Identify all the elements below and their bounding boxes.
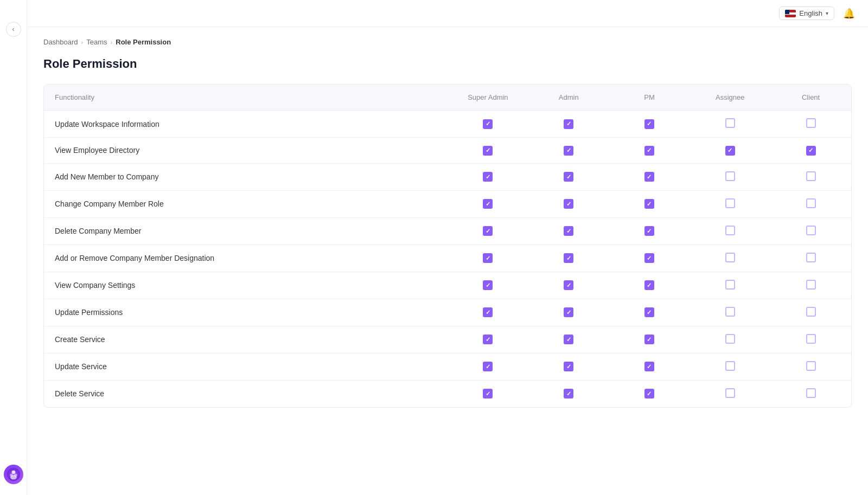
checkbox-client[interactable] (770, 217, 851, 245)
checkbox-unchecked-icon[interactable] (725, 334, 735, 344)
checkbox-unchecked-icon[interactable] (806, 334, 816, 344)
checkbox-checked-icon[interactable] (483, 307, 493, 317)
language-selector[interactable]: English ▾ (779, 7, 834, 20)
checkbox-admin[interactable] (528, 163, 609, 190)
breadcrumb-teams[interactable]: Teams (86, 38, 107, 46)
checkbox-pm[interactable] (609, 299, 690, 326)
checkbox-pm[interactable] (609, 353, 690, 380)
checkbox-admin[interactable] (528, 190, 609, 217)
checkbox-unchecked-icon[interactable] (806, 388, 816, 398)
checkbox-pm[interactable] (609, 163, 690, 190)
checkbox-checked-icon[interactable] (483, 226, 493, 236)
checkbox-client[interactable] (770, 163, 851, 190)
checkbox-checked-icon[interactable] (564, 280, 573, 290)
checkbox-unchecked-icon[interactable] (806, 361, 816, 371)
checkbox-admin[interactable] (528, 272, 609, 299)
checkbox-admin[interactable] (528, 217, 609, 245)
checkbox-unchecked-icon[interactable] (806, 226, 816, 235)
checkbox-checked-icon[interactable] (725, 146, 735, 156)
checkbox-admin[interactable] (528, 326, 609, 353)
checkbox-super_admin[interactable] (448, 190, 528, 217)
checkbox-checked-icon[interactable] (564, 335, 573, 344)
checkbox-pm[interactable] (609, 272, 690, 299)
checkbox-super_admin[interactable] (448, 272, 528, 299)
notification-icon[interactable]: 🔔 (843, 8, 855, 20)
checkbox-super_admin[interactable] (448, 138, 528, 164)
checkbox-checked-icon[interactable] (564, 226, 573, 236)
checkbox-unchecked-icon[interactable] (806, 307, 816, 317)
checkbox-client[interactable] (770, 190, 851, 217)
checkbox-super_admin[interactable] (448, 353, 528, 380)
checkbox-assignee[interactable] (690, 245, 770, 272)
checkbox-assignee[interactable] (690, 299, 770, 326)
checkbox-admin[interactable] (528, 380, 609, 407)
breadcrumb-dashboard[interactable]: Dashboard (43, 38, 78, 46)
checkbox-checked-icon[interactable] (644, 253, 654, 263)
checkbox-client[interactable] (770, 272, 851, 299)
checkbox-checked-icon[interactable] (564, 146, 573, 156)
checkbox-client[interactable] (770, 245, 851, 272)
checkbox-assignee[interactable] (690, 353, 770, 380)
checkbox-unchecked-icon[interactable] (725, 171, 735, 181)
checkbox-admin[interactable] (528, 138, 609, 164)
checkbox-assignee[interactable] (690, 217, 770, 245)
checkbox-checked-icon[interactable] (644, 199, 654, 209)
checkbox-assignee[interactable] (690, 138, 770, 164)
checkbox-unchecked-icon[interactable] (725, 388, 735, 398)
checkbox-super_admin[interactable] (448, 245, 528, 272)
checkbox-unchecked-icon[interactable] (806, 280, 816, 290)
checkbox-checked-icon[interactable] (644, 146, 654, 156)
checkbox-checked-icon[interactable] (483, 199, 493, 209)
checkbox-client[interactable] (770, 353, 851, 380)
checkbox-checked-icon[interactable] (483, 172, 493, 182)
checkbox-pm[interactable] (609, 138, 690, 164)
checkbox-admin[interactable] (528, 353, 609, 380)
checkbox-checked-icon[interactable] (806, 146, 816, 156)
checkbox-unchecked-icon[interactable] (806, 118, 816, 128)
checkbox-client[interactable] (770, 111, 851, 138)
checkbox-client[interactable] (770, 326, 851, 353)
checkbox-checked-icon[interactable] (483, 146, 493, 156)
checkbox-unchecked-icon[interactable] (725, 226, 735, 235)
checkbox-assignee[interactable] (690, 190, 770, 217)
checkbox-checked-icon[interactable] (644, 280, 654, 290)
checkbox-checked-icon[interactable] (483, 280, 493, 290)
checkbox-pm[interactable] (609, 111, 690, 138)
checkbox-pm[interactable] (609, 245, 690, 272)
checkbox-pm[interactable] (609, 190, 690, 217)
checkbox-client[interactable] (770, 299, 851, 326)
checkbox-checked-icon[interactable] (483, 119, 493, 129)
checkbox-admin[interactable] (528, 299, 609, 326)
checkbox-checked-icon[interactable] (483, 335, 493, 344)
checkbox-unchecked-icon[interactable] (806, 198, 816, 208)
checkbox-unchecked-icon[interactable] (725, 118, 735, 128)
checkbox-checked-icon[interactable] (564, 362, 573, 371)
checkbox-unchecked-icon[interactable] (725, 361, 735, 371)
checkbox-unchecked-icon[interactable] (725, 280, 735, 290)
checkbox-assignee[interactable] (690, 380, 770, 407)
collapse-button[interactable]: ‹ (6, 22, 21, 37)
checkbox-checked-icon[interactable] (644, 389, 654, 398)
checkbox-super_admin[interactable] (448, 111, 528, 138)
checkbox-unchecked-icon[interactable] (725, 307, 735, 317)
checkbox-checked-icon[interactable] (564, 389, 573, 398)
checkbox-super_admin[interactable] (448, 299, 528, 326)
checkbox-pm[interactable] (609, 217, 690, 245)
checkbox-checked-icon[interactable] (644, 335, 654, 344)
checkbox-assignee[interactable] (690, 111, 770, 138)
checkbox-super_admin[interactable] (448, 163, 528, 190)
checkbox-checked-icon[interactable] (564, 307, 573, 317)
checkbox-client[interactable] (770, 380, 851, 407)
checkbox-pm[interactable] (609, 326, 690, 353)
checkbox-checked-icon[interactable] (483, 362, 493, 371)
checkbox-admin[interactable] (528, 111, 609, 138)
checkbox-checked-icon[interactable] (564, 253, 573, 263)
checkbox-checked-icon[interactable] (564, 172, 573, 182)
checkbox-checked-icon[interactable] (483, 389, 493, 398)
checkbox-super_admin[interactable] (448, 380, 528, 407)
checkbox-unchecked-icon[interactable] (725, 253, 735, 262)
checkbox-checked-icon[interactable] (644, 362, 654, 371)
checkbox-checked-icon[interactable] (644, 226, 654, 236)
checkbox-checked-icon[interactable] (564, 199, 573, 209)
checkbox-client[interactable] (770, 138, 851, 164)
